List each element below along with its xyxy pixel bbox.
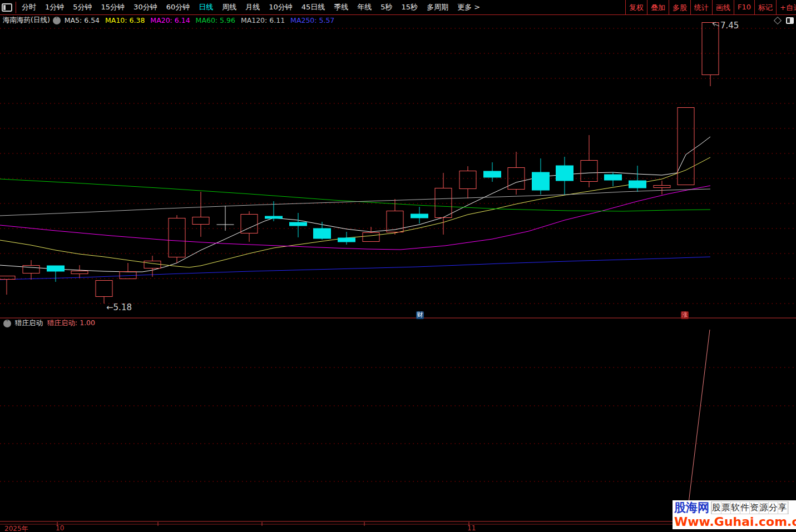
axis-month-label: 10 [56,524,64,532]
period-tab-60min[interactable]: 60分钟 [162,2,195,12]
tool-menu: 复权 叠加 多股 统计 画线 F10 标记 +自选 [625,0,796,14]
period-tab-10min[interactable]: 10分钟 [264,2,297,12]
event-marker-zhang[interactable]: 涨 [681,311,689,319]
tool-addwatch-button[interactable]: +自选 [776,0,796,14]
tool-fuquan-button[interactable]: 复权 [625,0,647,14]
period-tab-weekly[interactable]: 周线 [217,2,241,12]
svg-text:←5.18: ←5.18 [106,302,132,312]
period-tab-daily[interactable]: 日线 [194,2,217,12]
tool-mark-button[interactable]: 标记 [754,0,776,14]
indicator-header: ˅ 猎庄启动 猎庄启动: 1.00 [3,319,95,327]
period-tab-1min[interactable]: 1分钟 [41,2,68,12]
axis-month-label: 11 [467,524,476,532]
period-tab-5sec[interactable]: 5秒 [376,2,397,12]
watermark: 股海网 股票软件资源分享 Www.Guhai.com.cn [673,500,796,529]
tool-overlay-button[interactable]: 叠加 [647,0,669,14]
diamond-icon[interactable] [774,17,782,24]
candlestick-chart[interactable]: 7.45←5.18 [0,0,796,532]
period-tab-15sec[interactable]: 15秒 [397,2,423,12]
period-tab-more[interactable]: 更多 > [453,2,484,12]
tool-multistock-button[interactable]: 多股 [669,0,690,14]
period-tab-15min[interactable]: 15分钟 [97,2,130,12]
tool-draw-button[interactable]: 画线 [712,0,734,14]
period-tab-yearly[interactable]: 年线 [353,2,376,12]
panel-toggle-icon[interactable] [2,3,12,12]
indicator-value: 猎庄启动: 1.00 [47,319,95,328]
svg-text:7.45: 7.45 [720,21,739,31]
period-tab-monthly[interactable]: 月线 [241,2,264,12]
watermark-brand: 股海网 [673,500,711,515]
period-tab-fenshi[interactable]: 分时 [17,2,41,12]
chart-info-row: 海南海药(日线) ˅ MA5: 6.54 MA10: 6.38 MA20: 6.… [3,16,340,24]
ma60-value: MA60: 5.96 [196,16,235,24]
watermark-desc: 股票软件资源分享 [711,501,789,514]
ma10-value: MA10: 6.38 [105,16,145,24]
ma5-value: MA5: 6.54 [65,16,100,24]
event-marker-cai[interactable]: 财 [416,311,424,319]
chevron-down-icon[interactable]: ˅ [3,320,11,327]
chart-corner-tools [775,17,794,24]
panel-toggle-icon-bar [3,5,6,10]
split-panel-icon[interactable] [786,17,794,24]
menu-bar: 分时 1分钟 5分钟 15分钟 30分钟 60分钟 日线 周线 月线 10分钟 … [0,0,796,15]
axis-year-label: 2025年 [4,524,28,532]
period-tab-quarter[interactable]: 季线 [329,2,353,12]
watermark-url: Www.Guhai.com.cn [673,515,796,528]
period-tab-30min[interactable]: 30分钟 [129,2,162,12]
tool-stats-button[interactable]: 统计 [690,0,712,14]
menu-divider [16,2,16,13]
chevron-down-icon[interactable]: ˅ [53,17,61,24]
indicator-name: 猎庄启动 [15,319,43,328]
period-tab-multi[interactable]: 多周期 [422,2,453,12]
ma250-value: MA250: 5.57 [290,16,334,24]
period-tab-45day[interactable]: 45日线 [297,2,330,12]
period-tab-5min[interactable]: 5分钟 [68,2,96,12]
ma20-value: MA20: 6.14 [150,16,190,24]
stock-title: 海南海药(日线) [3,16,50,25]
tool-f10-button[interactable]: F10 [734,0,754,14]
period-menu: 分时 1分钟 5分钟 15分钟 30分钟 60分钟 日线 周线 月线 10分钟 … [17,2,484,12]
ma120-value: MA120: 6.11 [241,16,285,24]
watermark-row1: 股海网 股票软件资源分享 [673,500,796,515]
